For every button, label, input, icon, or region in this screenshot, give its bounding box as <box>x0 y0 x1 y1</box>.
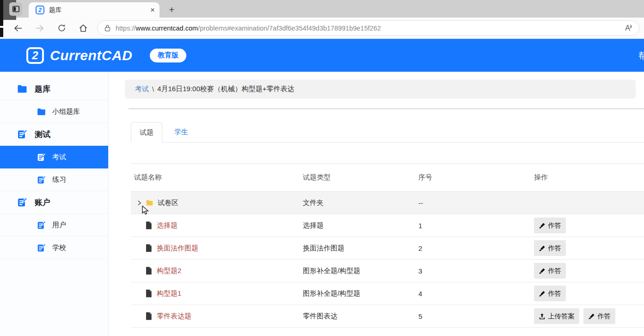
folder-icon <box>146 199 153 207</box>
cell-index: 2 <box>418 244 534 252</box>
forward-icon <box>35 24 44 33</box>
address-bar[interactable]: https://www.currentcad.com/problems#exam… <box>97 20 639 36</box>
upload-icon <box>539 313 546 320</box>
sidebar-item-题库[interactable]: 题库 <box>0 78 108 100</box>
file-icon <box>145 244 153 252</box>
cell-index: 1 <box>418 222 534 230</box>
sidebar-item-小组题库[interactable]: 小组题库 <box>0 100 108 123</box>
help-link[interactable]: 帮 <box>638 50 644 62</box>
tab-students[interactable]: 学生 <box>162 122 200 142</box>
forward-button[interactable] <box>32 20 48 36</box>
cell-name: 选择题 <box>131 221 303 230</box>
tab-questions[interactable]: 试题 <box>131 122 162 143</box>
browser-toolbar: https://www.currentcad.com/problems#exam… <box>0 18 644 39</box>
sidebar: 题库 小组题库 测试 考试 练习 账户 用户 <box>0 72 109 336</box>
table-row[interactable]: 构型题2 图形补全题/构型题 3 作答 <box>131 260 644 282</box>
question-link[interactable]: 换面法作图题 <box>157 244 198 253</box>
table-row[interactable]: 零件表达题 零件图表达 5 上传答案 作答 <box>131 305 644 328</box>
table-row[interactable]: 试卷区 文件夹 -- <box>131 192 644 214</box>
sidebar-item-label: 考试 <box>52 153 66 162</box>
sidebar-item-考试[interactable]: 考试 <box>0 146 108 168</box>
sidebar-item-测试[interactable]: 测试 <box>0 123 108 146</box>
home-icon <box>79 24 88 33</box>
cell-index: 4 <box>418 290 534 298</box>
table-row[interactable]: 选择题 选择题 1 作答 <box>131 214 644 237</box>
cell-index: 5 <box>418 312 534 320</box>
answer-button[interactable]: 作答 <box>534 286 566 301</box>
table-row[interactable]: 换面法作图题 换面法作图题 2 作答 <box>131 237 644 260</box>
doc-edit-icon <box>17 129 28 140</box>
home-button[interactable] <box>75 20 91 36</box>
app-header: 2 CurrentCAD 教育版 帮 <box>0 39 644 72</box>
cell-type: 图形补全题/构型题 <box>303 267 418 275</box>
read-aloud-button[interactable]: A <box>625 24 633 32</box>
answer-button[interactable]: 作答 <box>534 240 566 256</box>
cell-actions: 作答 <box>534 240 644 256</box>
main-content: 考试 \ 4月16日19:00校赛（机械）构型题+零件表达 试题 学生 试题名称… <box>109 72 644 336</box>
sidebar-item-练习[interactable]: 练习 <box>0 168 108 191</box>
column-header-action: 操作 <box>534 173 644 182</box>
folder-name[interactable]: 试卷区 <box>158 199 178 207</box>
doc-edit-icon <box>37 175 46 185</box>
cell-name: 换面法作图题 <box>131 244 303 253</box>
folder-icon <box>37 107 46 117</box>
back-icon <box>13 24 23 33</box>
lock-icon <box>104 24 111 32</box>
sidebar-item-label: 账户 <box>35 197 50 208</box>
sidebar-item-学校[interactable]: 学校 <box>0 236 108 259</box>
action-button-label: 作答 <box>548 244 561 253</box>
sidebar-item-label: 练习 <box>52 175 66 184</box>
brush-icon <box>588 313 595 320</box>
cell-type: 选择题 <box>303 221 418 230</box>
action-button-label: 上传答案 <box>548 312 575 321</box>
action-button-label: 作答 <box>548 221 561 230</box>
sidebar-item-账户[interactable]: 账户 <box>0 191 108 214</box>
brand-name: CurrentCAD <box>50 48 132 63</box>
browser-window: 2 题库 × + https://www.currentcad.com/prob… <box>0 0 644 336</box>
refresh-icon <box>57 24 66 32</box>
question-link[interactable]: 构型题1 <box>157 289 181 298</box>
browser-tab[interactable]: 2 题库 × <box>29 2 159 18</box>
upload-answer-button[interactable]: 上传答案 <box>534 308 579 324</box>
answer-button[interactable]: 作答 <box>583 308 615 324</box>
sidebar-item-用户[interactable]: 用户 <box>0 214 108 236</box>
brush-icon <box>539 245 546 252</box>
question-link[interactable]: 选择题 <box>157 221 178 230</box>
cell-name: 构型题2 <box>131 267 303 275</box>
column-header-type: 试题类型 <box>303 173 418 182</box>
question-link[interactable]: 零件表达题 <box>157 312 191 321</box>
tab-title: 题库 <box>49 6 150 14</box>
cell-name: 试卷区 <box>131 199 303 207</box>
file-icon <box>145 312 153 320</box>
doc-edit-icon <box>17 197 28 208</box>
url-text: https://www.currentcad.com/problems#exam… <box>116 25 381 32</box>
new-tab-button[interactable]: + <box>166 4 178 15</box>
currentcad-favicon-icon: 2 <box>36 6 44 14</box>
cell-name: 零件表达题 <box>131 312 303 321</box>
tab-close-button[interactable]: × <box>150 6 155 14</box>
horizontal-divider <box>129 108 644 109</box>
file-icon <box>145 221 153 230</box>
questions-table: 试题名称 试题类型 序号 操作 试卷区 文件夹 -- 选择题 选择题 1 作答 … <box>131 163 644 328</box>
answer-button[interactable]: 作答 <box>534 263 566 279</box>
file-icon <box>145 267 153 275</box>
sidebar-item-label: 学校 <box>52 243 66 252</box>
cell-type: 换面法作图题 <box>303 244 418 253</box>
table-row[interactable]: 构型题1 图形补全题/构型题 4 作答 <box>131 282 644 305</box>
question-link[interactable]: 构型题2 <box>157 267 181 275</box>
table-header: 试题名称 试题类型 序号 操作 <box>131 164 644 192</box>
doc-edit-icon <box>37 243 46 253</box>
folder-icon <box>17 83 28 94</box>
edition-badge[interactable]: 教育版 <box>150 49 186 62</box>
currentcad-logo-icon: 2 <box>26 47 44 64</box>
breadcrumb-root-link[interactable]: 考试 <box>135 85 149 93</box>
breadcrumb-separator: \ <box>152 85 154 93</box>
tab-workspaces-button[interactable] <box>9 2 22 16</box>
sidebar-item-label: 小组题库 <box>52 107 80 116</box>
answer-button[interactable]: 作答 <box>534 218 566 233</box>
column-header-name: 试题名称 <box>131 173 303 182</box>
back-button[interactable] <box>10 20 26 36</box>
chevron-right-icon[interactable] <box>136 200 142 206</box>
cell-type: 文件夹 <box>303 199 418 207</box>
refresh-button[interactable] <box>54 20 69 36</box>
